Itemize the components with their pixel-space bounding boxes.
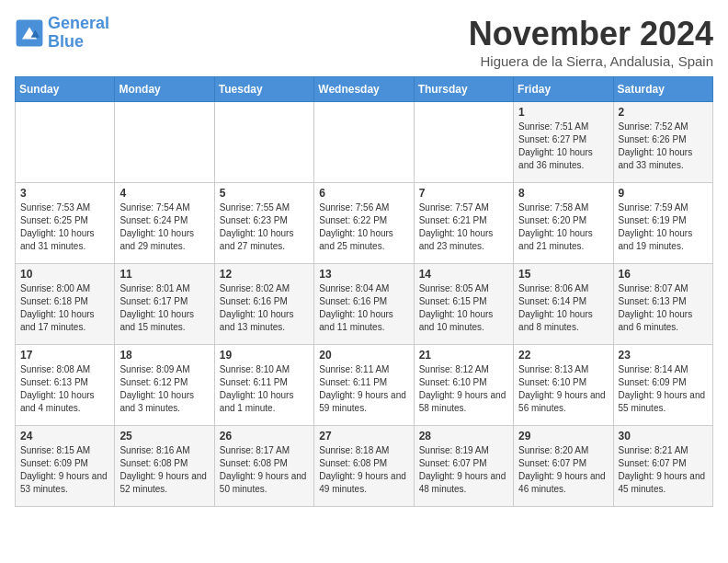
day-number: 4 [119,187,209,200]
calendar-day-cell: 4Sunrise: 7:54 AM Sunset: 6:24 PM Daylig… [115,183,214,264]
day-number: 28 [419,430,508,442]
day-info: Sunrise: 7:51 AM Sunset: 6:27 PM Dayligh… [518,121,608,172]
day-info: Sunrise: 7:57 AM Sunset: 6:21 PM Dayligh… [419,201,508,253]
logo-text: General Blue [48,15,109,52]
day-number: 18 [119,349,209,362]
day-info: Sunrise: 7:52 AM Sunset: 6:26 PM Dayligh… [619,121,708,172]
weekday-header-monday: Monday [115,77,214,102]
calendar-day-cell: 26Sunrise: 8:17 AM Sunset: 6:08 PM Dayli… [214,426,313,507]
calendar-day-cell: 23Sunrise: 8:14 AM Sunset: 6:09 PM Dayli… [613,345,712,426]
calendar-day-cell: 10Sunrise: 8:00 AM Sunset: 6:18 PM Dayli… [16,264,115,345]
calendar-day-cell: 3Sunrise: 7:53 AM Sunset: 6:25 PM Daylig… [16,183,115,264]
day-number: 2 [619,106,708,119]
day-info: Sunrise: 8:18 AM Sunset: 6:08 PM Dayligh… [319,444,408,496]
day-info: Sunrise: 7:58 AM Sunset: 6:20 PM Dayligh… [518,201,608,253]
day-number: 8 [518,187,608,200]
empty-cell [314,102,414,183]
calendar-week-row: 17Sunrise: 8:08 AM Sunset: 6:13 PM Dayli… [16,345,713,426]
calendar-day-cell: 15Sunrise: 8:06 AM Sunset: 6:14 PM Dayli… [514,264,613,345]
calendar-week-row: 3Sunrise: 7:53 AM Sunset: 6:25 PM Daylig… [16,183,713,264]
day-info: Sunrise: 8:13 AM Sunset: 6:10 PM Dayligh… [518,363,608,415]
calendar-week-row: 10Sunrise: 8:00 AM Sunset: 6:18 PM Dayli… [16,264,713,345]
day-number: 12 [220,268,309,281]
day-info: Sunrise: 8:16 AM Sunset: 6:08 PM Dayligh… [119,444,209,496]
calendar-day-cell: 30Sunrise: 8:21 AM Sunset: 6:07 PM Dayli… [613,426,712,507]
day-info: Sunrise: 8:12 AM Sunset: 6:10 PM Dayligh… [419,363,508,415]
day-info: Sunrise: 7:59 AM Sunset: 6:19 PM Dayligh… [619,201,708,253]
day-number: 23 [619,349,708,362]
weekday-header-row: SundayMondayTuesdayWednesdayThursdayFrid… [16,77,713,102]
day-info: Sunrise: 8:02 AM Sunset: 6:16 PM Dayligh… [220,282,309,334]
day-number: 3 [20,187,109,200]
day-number: 17 [20,349,109,362]
calendar-day-cell: 17Sunrise: 8:08 AM Sunset: 6:13 PM Dayli… [16,345,115,426]
empty-cell [214,102,313,183]
day-number: 29 [518,430,608,442]
day-number: 27 [319,430,408,442]
day-info: Sunrise: 8:17 AM Sunset: 6:08 PM Dayligh… [220,444,309,496]
empty-cell [414,102,513,183]
day-info: Sunrise: 8:04 AM Sunset: 6:16 PM Dayligh… [319,282,408,334]
day-info: Sunrise: 8:19 AM Sunset: 6:07 PM Dayligh… [419,444,508,496]
weekday-header-saturday: Saturday [613,77,712,102]
day-number: 19 [220,349,309,362]
day-info: Sunrise: 7:56 AM Sunset: 6:22 PM Dayligh… [319,201,408,253]
day-number: 24 [20,430,109,442]
calendar-day-cell: 2Sunrise: 7:52 AM Sunset: 6:26 PM Daylig… [613,102,712,183]
weekday-header-friday: Friday [514,77,613,102]
empty-cell [115,102,214,183]
day-number: 25 [119,430,209,442]
day-info: Sunrise: 8:08 AM Sunset: 6:13 PM Dayligh… [20,363,109,415]
logo-icon [15,18,44,48]
calendar-day-cell: 8Sunrise: 7:58 AM Sunset: 6:20 PM Daylig… [514,183,613,264]
day-number: 7 [419,187,508,200]
day-number: 16 [619,268,708,281]
weekday-header-thursday: Thursday [414,77,513,102]
calendar-day-cell: 5Sunrise: 7:55 AM Sunset: 6:23 PM Daylig… [214,183,313,264]
day-info: Sunrise: 8:00 AM Sunset: 6:18 PM Dayligh… [20,282,109,334]
calendar-day-cell: 12Sunrise: 8:02 AM Sunset: 6:16 PM Dayli… [214,264,313,345]
day-number: 20 [319,349,408,362]
calendar-table: SundayMondayTuesdayWednesdayThursdayFrid… [15,76,713,507]
day-number: 26 [220,430,309,442]
weekday-header-wednesday: Wednesday [314,77,414,102]
calendar-day-cell: 24Sunrise: 8:15 AM Sunset: 6:09 PM Dayli… [16,426,115,507]
day-info: Sunrise: 8:14 AM Sunset: 6:09 PM Dayligh… [619,363,708,415]
location-subtitle: Higuera de la Sierra, Andalusia, Spain [469,53,713,69]
calendar-day-cell: 13Sunrise: 8:04 AM Sunset: 6:16 PM Dayli… [314,264,414,345]
calendar-day-cell: 22Sunrise: 8:13 AM Sunset: 6:10 PM Dayli… [514,345,613,426]
day-number: 13 [319,268,408,281]
calendar-day-cell: 1Sunrise: 7:51 AM Sunset: 6:27 PM Daylig… [514,102,613,183]
day-number: 10 [20,268,109,281]
calendar-day-cell: 7Sunrise: 7:57 AM Sunset: 6:21 PM Daylig… [414,183,513,264]
title-section: November 2024 Higuera de la Sierra, Anda… [469,15,713,69]
calendar-day-cell: 27Sunrise: 8:18 AM Sunset: 6:08 PM Dayli… [314,426,414,507]
day-number: 14 [419,268,508,281]
day-number: 5 [220,187,309,200]
day-number: 21 [419,349,508,362]
day-info: Sunrise: 7:54 AM Sunset: 6:24 PM Dayligh… [119,201,209,253]
calendar-day-cell: 14Sunrise: 8:05 AM Sunset: 6:15 PM Dayli… [414,264,513,345]
day-number: 22 [518,349,608,362]
calendar-day-cell: 20Sunrise: 8:11 AM Sunset: 6:11 PM Dayli… [314,345,414,426]
calendar-day-cell: 9Sunrise: 7:59 AM Sunset: 6:19 PM Daylig… [613,183,712,264]
day-info: Sunrise: 8:01 AM Sunset: 6:17 PM Dayligh… [119,282,209,334]
calendar-day-cell: 6Sunrise: 7:56 AM Sunset: 6:22 PM Daylig… [314,183,414,264]
calendar-week-row: 24Sunrise: 8:15 AM Sunset: 6:09 PM Dayli… [16,426,713,507]
day-info: Sunrise: 8:05 AM Sunset: 6:15 PM Dayligh… [419,282,508,334]
day-info: Sunrise: 8:11 AM Sunset: 6:11 PM Dayligh… [319,363,408,415]
day-info: Sunrise: 8:09 AM Sunset: 6:12 PM Dayligh… [119,363,209,415]
day-number: 9 [619,187,708,200]
calendar-day-cell: 28Sunrise: 8:19 AM Sunset: 6:07 PM Dayli… [414,426,513,507]
day-number: 30 [619,430,708,442]
day-number: 6 [319,187,408,200]
empty-cell [16,102,115,183]
day-info: Sunrise: 8:07 AM Sunset: 6:13 PM Dayligh… [619,282,708,334]
calendar-day-cell: 18Sunrise: 8:09 AM Sunset: 6:12 PM Dayli… [115,345,214,426]
page-header: General Blue November 2024 Higuera de la… [15,15,713,69]
calendar-day-cell: 16Sunrise: 8:07 AM Sunset: 6:13 PM Dayli… [613,264,712,345]
calendar-day-cell: 25Sunrise: 8:16 AM Sunset: 6:08 PM Dayli… [115,426,214,507]
day-info: Sunrise: 8:21 AM Sunset: 6:07 PM Dayligh… [619,444,708,496]
day-info: Sunrise: 8:10 AM Sunset: 6:11 PM Dayligh… [220,363,309,415]
calendar-day-cell: 21Sunrise: 8:12 AM Sunset: 6:10 PM Dayli… [414,345,513,426]
